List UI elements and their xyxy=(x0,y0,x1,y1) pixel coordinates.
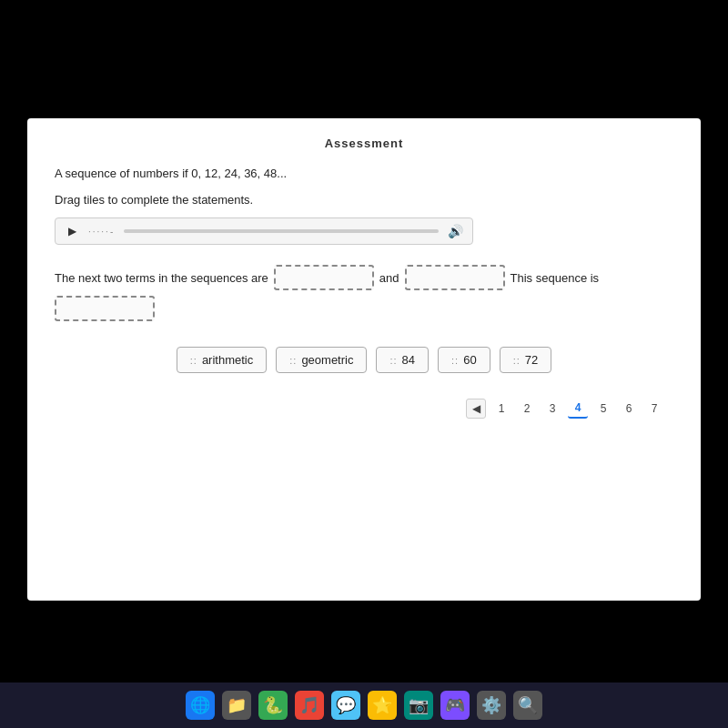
play-button[interactable]: ▶ xyxy=(65,224,79,238)
page-title: Assessment xyxy=(55,136,673,150)
taskbar-icon-9[interactable]: ⚙️ xyxy=(477,691,506,720)
page-6[interactable]: 6 xyxy=(619,399,639,419)
drop-box-2[interactable] xyxy=(405,265,505,290)
tile-drag-dots: :: xyxy=(389,355,397,366)
drop-box-1[interactable] xyxy=(274,265,374,290)
page-4[interactable]: 4 xyxy=(568,399,588,419)
tile-drag-dots: :: xyxy=(513,355,521,366)
tile-arithmetic-label: arithmetic xyxy=(202,353,253,367)
drop-box-3[interactable] xyxy=(55,296,155,321)
taskbar: 🌐 📁 🐍 🎵 💬 ⭐ 📷 🎮 ⚙️ 🔍 xyxy=(0,682,728,728)
taskbar-icon-2[interactable]: 📁 xyxy=(222,691,251,720)
taskbar-icon-3[interactable]: 🐍 xyxy=(258,691,288,720)
taskbar-icon-4[interactable]: 🎵 xyxy=(295,691,324,720)
pagination: ◀ 1 2 3 4 5 6 7 xyxy=(55,399,673,419)
statement-prefix: The next two terms in the sequences are xyxy=(55,271,268,285)
tile-60-label: 60 xyxy=(463,353,476,367)
taskbar-icon-7[interactable]: 📷 xyxy=(404,691,433,720)
taskbar-icon-1[interactable]: 🌐 xyxy=(186,691,215,720)
tile-84[interactable]: :: 84 xyxy=(376,347,429,373)
tile-drag-dots: :: xyxy=(451,355,459,366)
page-7[interactable]: 7 xyxy=(644,399,664,419)
page-5[interactable]: 5 xyxy=(593,399,613,419)
statement-row: The next two terms in the sequences are … xyxy=(55,265,673,321)
audio-player: ▶ ·····- 🔊 xyxy=(55,217,473,245)
tile-drag-dots: :: xyxy=(190,355,197,366)
progress-track xyxy=(124,229,439,233)
tile-drag-dots: :: xyxy=(289,355,297,366)
question-text: A sequence of numbers if 0, 12, 24, 36, … xyxy=(55,167,673,180)
tile-72[interactable]: :: 72 xyxy=(500,347,552,373)
page-1[interactable]: 1 xyxy=(491,399,511,419)
page-2[interactable]: 2 xyxy=(517,399,537,419)
tile-72-label: 72 xyxy=(525,353,538,367)
page-3[interactable]: 3 xyxy=(542,399,562,419)
taskbar-icon-8[interactable]: 🎮 xyxy=(440,691,470,720)
taskbar-icon-10[interactable]: 🔍 xyxy=(513,691,542,720)
progress-dots: ·····- xyxy=(88,227,115,237)
tile-geometric[interactable]: :: geometric xyxy=(276,347,367,373)
drag-instruction: Drag tiles to complete the statements. xyxy=(55,193,673,207)
tile-60[interactable]: :: 60 xyxy=(438,347,490,373)
statement-suffix: This sequence is xyxy=(511,271,600,285)
tile-84-label: 84 xyxy=(402,353,415,367)
tile-geometric-label: geometric xyxy=(301,353,353,367)
prev-page-button[interactable]: ◀ xyxy=(466,399,486,419)
tile-arithmetic[interactable]: :: arithmetic xyxy=(177,347,267,373)
statement-connector: and xyxy=(379,271,399,285)
tiles-area: :: arithmetic :: geometric :: 84 :: 60 :… xyxy=(55,347,673,373)
volume-icon[interactable]: 🔊 xyxy=(448,224,463,238)
taskbar-icon-5[interactable]: 💬 xyxy=(331,691,360,720)
taskbar-icon-6[interactable]: ⭐ xyxy=(368,691,397,720)
